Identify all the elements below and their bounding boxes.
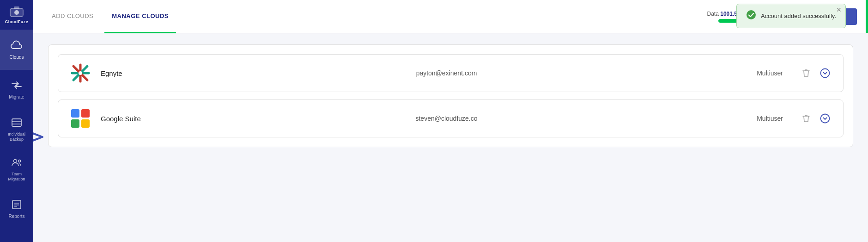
sidebar-item-migrate[interactable]: Migrate <box>0 70 33 110</box>
svg-rect-23 <box>81 119 90 128</box>
tab-manage-clouds[interactable]: MANAGE CLOUDS <box>104 0 176 33</box>
svg-point-1 <box>14 10 19 15</box>
migrate-icon <box>11 80 23 92</box>
expand-cloud-button[interactable] <box>818 112 832 125</box>
svg-point-6 <box>14 159 17 162</box>
svg-rect-3 <box>12 119 21 126</box>
clouds-list: Egnyte payton@exinent.com Multiuser <box>48 44 853 147</box>
svg-point-7 <box>18 160 21 162</box>
svg-point-12 <box>747 10 756 19</box>
gsuite-logo <box>69 107 91 130</box>
cloud-email: payton@exinent.com <box>165 69 728 77</box>
individual-backup-label: IndividualBackup <box>8 132 25 142</box>
content-area: Egnyte payton@exinent.com Multiuser <box>33 33 868 242</box>
cloud-name: Google Suite <box>101 115 156 123</box>
cloud-email: steven@cloudfuze.co <box>165 115 728 122</box>
green-bar-indicator <box>866 0 868 33</box>
sidebar-item-team-migration[interactable]: TeamMigration <box>0 149 33 189</box>
svg-rect-8 <box>12 200 21 209</box>
clouds-label: Clouds <box>9 55 24 60</box>
cloud-actions <box>800 112 832 125</box>
egnyte-logo <box>69 62 91 84</box>
tab-add-clouds[interactable]: ADD CLOUDS <box>44 0 101 33</box>
sidebar-item-individual-backup[interactable]: IndividualBackup <box>0 110 33 149</box>
individual-backup-icon <box>11 118 23 130</box>
svg-rect-21 <box>81 109 90 118</box>
svg-rect-2 <box>14 6 19 9</box>
svg-point-18 <box>79 71 82 75</box>
data-label: Data <box>707 11 719 17</box>
svg-rect-20 <box>71 109 79 118</box>
delete-cloud-button[interactable] <box>800 112 813 125</box>
svg-point-19 <box>821 69 830 78</box>
cloud-type: Multiuser <box>737 115 783 122</box>
success-message: Account added successfully. <box>761 12 836 19</box>
delete-cloud-button[interactable] <box>800 67 813 80</box>
brand-name: CloudFuze <box>5 19 29 24</box>
clouds-icon <box>11 40 23 52</box>
expand-cloud-button[interactable] <box>818 66 832 80</box>
pointer-arrow-svg <box>33 121 52 153</box>
table-row: Egnyte payton@exinent.com Multiuser <box>58 54 844 92</box>
reports-icon <box>11 199 23 211</box>
cloud-name: Egnyte <box>101 69 156 77</box>
reports-label: Reports <box>8 214 24 219</box>
svg-point-24 <box>821 114 830 123</box>
migrate-label: Migrate <box>9 94 24 100</box>
brand-logo: CloudFuze <box>0 0 33 30</box>
success-notification: Account added successfully. ✕ <box>736 4 846 28</box>
cloud-actions <box>800 66 832 80</box>
table-row: Google Suite steven@cloudfuze.co Multius… <box>58 99 844 137</box>
team-migration-label: TeamMigration <box>8 172 25 182</box>
sidebar-item-clouds[interactable]: Clouds <box>0 30 33 70</box>
success-check-icon <box>746 10 756 22</box>
sidebar: CloudFuze Clouds Migrate IndividualBacku… <box>0 0 33 242</box>
main-content: ADD CLOUDS MANAGE CLOUDS Data 1001.56 GB… <box>33 0 868 242</box>
team-migration-icon <box>11 157 23 169</box>
sidebar-item-reports[interactable]: Reports <box>0 189 33 229</box>
pointer-arrow-container <box>33 121 52 155</box>
svg-rect-22 <box>71 119 79 128</box>
close-notification-button[interactable]: ✕ <box>836 6 842 13</box>
topbar: ADD CLOUDS MANAGE CLOUDS Data 1001.56 GB… <box>33 0 868 33</box>
svg-marker-13 <box>33 130 42 144</box>
cloud-type: Multiuser <box>737 69 783 77</box>
